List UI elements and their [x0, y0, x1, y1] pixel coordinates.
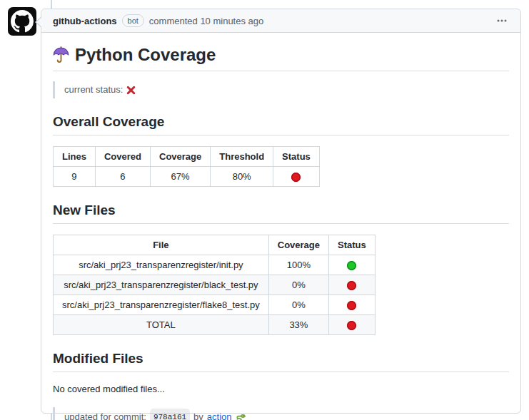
page-title-text: Python Coverage [75, 44, 216, 66]
cell-file: TOTAL [54, 315, 269, 335]
snake-icon [236, 412, 246, 420]
new-files-heading: New Files [53, 202, 509, 224]
updated-commit-quote: updated for commit: 978a161 by action [53, 407, 509, 420]
cell-coverage: 0% [268, 275, 328, 295]
comment-card: github-actions bot commented 10 minutes … [41, 9, 521, 414]
by-label: by [193, 410, 203, 420]
current-status-quote: current status: [53, 81, 509, 98]
cell-covered: 6 [95, 167, 150, 187]
bot-badge: bot [122, 14, 144, 27]
cell-file: src/aki_prj23_transparenzregister/init.p… [54, 255, 269, 275]
col-header-status: Status [273, 147, 320, 167]
col-header-file: File [54, 235, 269, 255]
author-link[interactable]: github-actions [53, 16, 117, 26]
overall-coverage-heading: Overall Coverage [53, 113, 509, 135]
overall-coverage-table: Lines Covered Coverage Threshold Status … [53, 146, 320, 187]
commit-hash: 978a161 [150, 409, 190, 420]
cell-coverage: 0% [268, 295, 328, 315]
modified-files-heading: Modified Files [53, 350, 509, 372]
comment-body: Python Coverage current status: Overall … [41, 33, 520, 420]
table-row: src/aki_prj23_transparenzregister/black_… [54, 275, 376, 295]
table-row: src/aki_prj23_transparenzregister/flake8… [54, 295, 376, 315]
action-link[interactable]: action [207, 410, 232, 420]
cell-threshold: 80% [211, 167, 273, 187]
status-circle-icon [347, 281, 356, 290]
col-header-status: Status [329, 235, 376, 255]
current-status-label: current status: [64, 83, 123, 97]
comment-header: github-actions bot commented 10 minutes … [41, 9, 520, 33]
status-circle-icon [347, 261, 356, 270]
status-circle-icon [347, 321, 356, 330]
cell-coverage: 100% [268, 255, 328, 275]
col-header-covered: Covered [95, 147, 150, 167]
page-title: Python Coverage [53, 44, 509, 71]
col-header-coverage: Coverage [268, 235, 328, 255]
cell-file: src/aki_prj23_transparenzregister/black_… [54, 275, 269, 295]
avatar[interactable] [8, 7, 36, 36]
cell-coverage: 33% [268, 315, 328, 335]
status-circle-icon [291, 173, 301, 182]
cell-coverage: 67% [151, 167, 211, 187]
status-circle-icon [347, 301, 356, 310]
umbrella-icon [53, 46, 69, 64]
updated-for-commit-label: updated for commit: [64, 410, 146, 420]
kebab-horizontal-icon [496, 15, 508, 26]
modified-files-empty-text: No covered modified files... [53, 383, 509, 396]
table-row: 9 6 67% 80% [54, 167, 320, 187]
table-header-row: Lines Covered Coverage Threshold Status [54, 147, 320, 167]
github-octocat-icon [11, 10, 34, 33]
new-files-table: File Coverage Status src/aki_prj23_trans… [53, 235, 376, 335]
table-row-total: TOTAL 33% [54, 315, 376, 335]
col-header-lines: Lines [54, 147, 96, 167]
comment-timestamp[interactable]: commented 10 minutes ago [149, 16, 263, 26]
table-header-row: File Coverage Status [54, 235, 376, 255]
cross-mark-icon [126, 86, 136, 95]
cell-lines: 9 [54, 167, 96, 187]
col-header-coverage: Coverage [151, 147, 211, 167]
comment-options-button[interactable] [495, 12, 509, 29]
cell-file: src/aki_prj23_transparenzregister/flake8… [54, 295, 269, 315]
table-row: src/aki_prj23_transparenzregister/init.p… [54, 255, 376, 275]
col-header-threshold: Threshold [211, 147, 273, 167]
